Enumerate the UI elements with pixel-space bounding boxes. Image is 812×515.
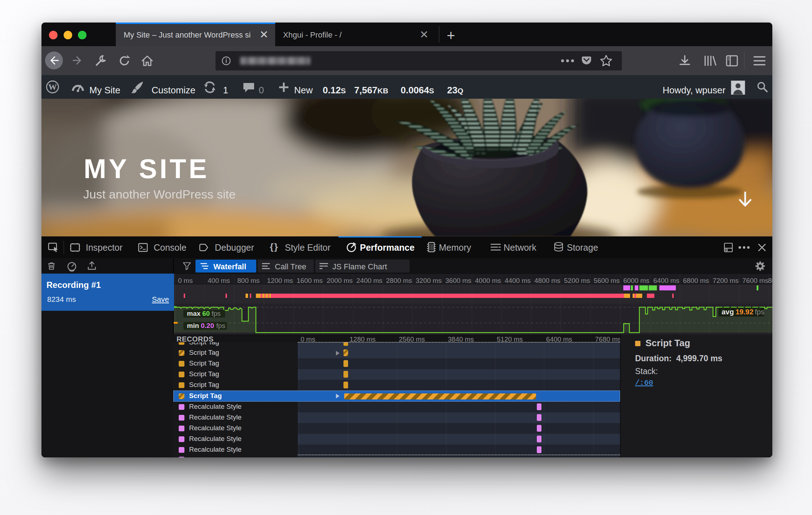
svg-text:2400 ms: 2400 ms <box>356 277 382 284</box>
svg-text:2000 ms: 2000 ms <box>327 277 353 284</box>
svg-text:6000 ms: 6000 ms <box>623 277 649 284</box>
svg-text:19.92: 19.92 <box>736 308 753 316</box>
svg-text:MY SITE: MY SITE <box>84 153 209 184</box>
svg-text:6800 ms: 6800 ms <box>683 277 709 284</box>
svg-text:min: min <box>187 322 199 329</box>
svg-text:1600 ms: 1600 ms <box>297 277 323 284</box>
svg-text:0.20: 0.20 <box>201 322 214 329</box>
svg-text:1200 ms: 1200 ms <box>267 277 293 284</box>
svg-text:7200 ms: 7200 ms <box>713 277 739 284</box>
svg-text:fps: fps <box>212 310 221 317</box>
svg-text:60: 60 <box>202 310 210 317</box>
svg-text:7600 ms: 7600 ms <box>742 277 768 284</box>
svg-text:avg: avg <box>722 308 734 316</box>
svg-text:3600 ms: 3600 ms <box>445 277 471 284</box>
svg-text:5600 ms: 5600 ms <box>594 277 620 284</box>
svg-text:max: max <box>187 310 200 317</box>
svg-text:4000 ms: 4000 ms <box>475 277 501 284</box>
svg-text:fps: fps <box>755 308 764 316</box>
svg-text:Just another WordPress site: Just another WordPress site <box>83 187 236 201</box>
svg-text:400 ms: 400 ms <box>208 277 230 284</box>
svg-text:fps: fps <box>216 322 225 329</box>
svg-text:5200 ms: 5200 ms <box>564 277 590 284</box>
svg-text:0 ms: 0 ms <box>178 277 193 284</box>
svg-text:2800 ms: 2800 ms <box>386 277 412 284</box>
svg-text:4400 ms: 4400 ms <box>505 277 531 284</box>
svg-text:3200 ms: 3200 ms <box>416 277 442 284</box>
svg-text:6400 ms: 6400 ms <box>653 277 679 284</box>
svg-text:W: W <box>48 82 57 92</box>
svg-text:8000: 8000 <box>768 277 772 284</box>
svg-text:800 ms: 800 ms <box>237 277 259 284</box>
svg-text:4800 ms: 4800 ms <box>534 277 560 284</box>
